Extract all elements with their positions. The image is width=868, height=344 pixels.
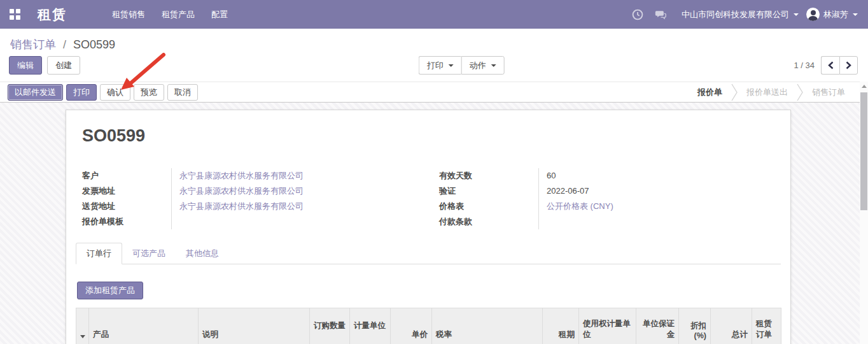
add-rental-product-button[interactable]: 添加租赁产品 xyxy=(77,282,143,299)
column-unit-deposit[interactable]: 单位保证金 xyxy=(636,308,679,344)
column-toggle-icon xyxy=(80,335,85,338)
field-value-quotation-template[interactable] xyxy=(171,214,431,229)
scrollbar-up-arrow-icon[interactable] xyxy=(862,85,867,88)
send-by-email-button[interactable]: 以邮件发送 xyxy=(8,84,63,101)
column-rental-order[interactable]: 租赁订单 xyxy=(752,308,781,344)
order-title: SO0599 xyxy=(82,126,781,146)
field-group-left: 客户 永宁县康源农村供水服务有限公司 发票地址 永宁县康源农村供水服务有限公司 … xyxy=(82,168,431,229)
step-separator-icon xyxy=(731,82,738,102)
field-groups: 客户 永宁县康源农村供水服务有限公司 发票地址 永宁县康源农村供水服务有限公司 … xyxy=(82,168,781,229)
messages-chat-icon[interactable] xyxy=(655,9,666,20)
column-description[interactable]: 说明 xyxy=(199,308,310,344)
tab-other-info[interactable]: 其他信息 xyxy=(176,243,229,264)
statusbar: 以邮件发送 打印 确认 预览 取消 报价单 报价单送出 销售订单 xyxy=(0,82,868,103)
breadcrumb-separator: / xyxy=(59,38,70,51)
scrollbar-thumb[interactable] xyxy=(860,92,867,210)
step-quotation[interactable]: 报价单 xyxy=(689,82,731,102)
action-dropdown-label: 动作 xyxy=(470,60,486,71)
column-ordered-qty[interactable]: 订购数量 xyxy=(310,308,350,344)
form-view-background: SO0599 客户 永宁县康源农村供水服务有限公司 发票地址 永宁县康源农村供水… xyxy=(0,103,868,344)
step-separator-icon xyxy=(797,82,803,102)
activities-clock-icon[interactable] xyxy=(632,9,643,20)
column-discount[interactable]: 折扣(%) xyxy=(679,308,711,344)
field-label: 付款条款 xyxy=(439,214,538,229)
breadcrumb: 销售订单 / SO0599 xyxy=(10,37,115,52)
company-name: 中山市同创科技发展有限公司 xyxy=(682,9,789,20)
field-value-invoice-address[interactable]: 永宁县康源农村供水服务有限公司 xyxy=(171,183,431,199)
menu-config[interactable]: 配置 xyxy=(203,1,236,29)
main-menu: 租赁销售 租赁产品 配置 xyxy=(104,1,236,29)
menu-rental-sales[interactable]: 租赁销售 xyxy=(104,1,153,29)
pager: 1 / 34 xyxy=(794,56,858,75)
column-uom[interactable]: 计量单位 xyxy=(350,308,391,344)
control-panel-buttons-row: 编辑 创建 打印 动作 1 / 34 xyxy=(0,56,868,76)
status-steps: 报价单 报价单送出 销售订单 xyxy=(689,82,854,102)
pager-previous-button[interactable] xyxy=(821,56,839,75)
chevron-down-icon xyxy=(449,64,454,67)
notebook-tabs: 订单行 可选产品 其他信息 xyxy=(76,245,781,264)
edit-button[interactable]: 编辑 xyxy=(9,56,42,75)
field-label: 发票地址 xyxy=(82,183,171,199)
form-sheet: SO0599 客户 永宁县康源农村供水服务有限公司 发票地址 永宁县康源农村供水… xyxy=(66,110,791,344)
field-invoice-address: 发票地址 永宁县康源农村供水服务有限公司 xyxy=(82,183,431,199)
field-label: 验证 xyxy=(439,183,538,199)
apps-menu-icon[interactable] xyxy=(10,9,20,20)
user-menu[interactable]: 林淑芳 xyxy=(802,0,862,29)
chevron-down-icon xyxy=(491,64,496,67)
create-button[interactable]: 创建 xyxy=(47,56,80,75)
statusbar-buttons: 以邮件发送 打印 确认 预览 取消 xyxy=(8,84,198,101)
field-value-payment-terms[interactable] xyxy=(538,214,781,229)
field-value-validity-days[interactable]: 60 xyxy=(538,168,781,183)
top-navbar: 租赁 租赁销售 租赁产品 配置 中山市同创科技发展有限公司 林淑芳 xyxy=(0,0,868,29)
column-taxes[interactable]: 税率 xyxy=(432,308,543,344)
avatar xyxy=(806,8,820,21)
column-toggle-cell[interactable] xyxy=(76,308,89,344)
column-subtotal[interactable]: 总计 xyxy=(711,308,752,344)
step-sales-order[interactable]: 销售订单 xyxy=(803,82,854,102)
chevron-right-icon xyxy=(845,61,852,69)
field-group-right: 有效天数 60 验证 2022-06-07 价格表 公开价格表 (CNY) 付款… xyxy=(431,168,781,229)
field-value-pricelist[interactable]: 公开价格表 (CNY) xyxy=(538,199,781,214)
action-dropdown-button[interactable]: 动作 xyxy=(461,56,505,75)
chevron-down-icon xyxy=(794,13,799,16)
field-customer: 客户 永宁县康源农村供水服务有限公司 xyxy=(82,168,431,183)
print-dropdown-button[interactable]: 打印 xyxy=(419,56,461,75)
vertical-scrollbar[interactable] xyxy=(860,82,868,344)
print-button[interactable]: 打印 xyxy=(66,84,97,101)
app-brand[interactable]: 租赁 xyxy=(38,6,67,24)
field-label: 报价单模板 xyxy=(82,214,171,229)
pager-value: 1 / 34 xyxy=(794,61,815,70)
breadcrumb-sales-orders[interactable]: 销售订单 xyxy=(10,38,56,51)
breadcrumb-current: SO0599 xyxy=(73,38,115,51)
field-value-validation-date[interactable]: 2022-06-07 xyxy=(538,183,781,199)
field-validation-date: 验证 2022-06-07 xyxy=(439,183,781,199)
add-product-row: 添加租赁产品 xyxy=(77,282,781,299)
user-name: 林淑芳 xyxy=(823,9,848,20)
tab-order-lines[interactable]: 订单行 xyxy=(76,243,122,264)
menu-rental-products[interactable]: 租赁产品 xyxy=(153,1,203,29)
field-label: 价格表 xyxy=(439,199,538,214)
field-delivery-address: 送货地址 永宁县康源农村供水服务有限公司 xyxy=(82,199,431,214)
field-quotation-template: 报价单模板 xyxy=(82,214,431,229)
field-label: 有效天数 xyxy=(439,168,538,183)
step-quotation-sent[interactable]: 报价单送出 xyxy=(738,82,797,102)
tab-optional-products[interactable]: 可选产品 xyxy=(122,243,176,264)
field-value-customer[interactable]: 永宁县康源农村供水服务有限公司 xyxy=(171,168,431,183)
company-switcher[interactable]: 中山市同创科技发展有限公司 xyxy=(678,1,802,29)
preview-button[interactable]: 预览 xyxy=(134,84,164,101)
column-rental-period[interactable]: 租期 xyxy=(543,308,579,344)
column-product[interactable]: 产品 xyxy=(89,308,199,344)
column-usage-uom[interactable]: 使用权计量单位 xyxy=(579,308,636,344)
print-action-group: 打印 动作 xyxy=(419,56,505,75)
chevron-left-icon xyxy=(827,61,834,69)
column-unit-price[interactable]: 单价 xyxy=(391,308,432,344)
print-dropdown-label: 打印 xyxy=(427,60,444,71)
field-label: 送货地址 xyxy=(82,199,171,214)
cancel-button[interactable]: 取消 xyxy=(167,84,198,101)
confirm-button[interactable]: 确认 xyxy=(100,84,130,101)
chevron-down-icon xyxy=(853,13,858,16)
control-panel: 销售订单 / SO0599 编辑 创建 打印 动作 1 / 34 xyxy=(0,29,868,82)
field-value-delivery-address[interactable]: 永宁县康源农村供水服务有限公司 xyxy=(171,199,431,214)
field-validity-days: 有效天数 60 xyxy=(439,168,781,183)
pager-next-button[interactable] xyxy=(839,56,858,75)
